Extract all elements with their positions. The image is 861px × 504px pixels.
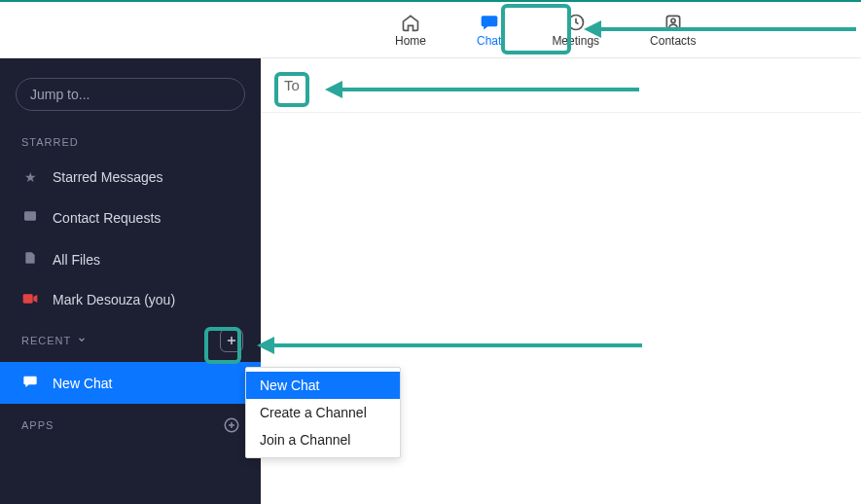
menu-item-join-channel[interactable]: Join a Channel xyxy=(246,426,400,453)
chat-bubble-icon xyxy=(21,374,39,392)
recent-context-menu: New Chat Create a Channel Join a Channel xyxy=(245,367,401,458)
chevron-down-icon[interactable] xyxy=(77,335,87,346)
home-icon xyxy=(401,13,420,32)
menu-item-new-chat[interactable]: New Chat xyxy=(246,372,400,399)
menu-item-create-channel[interactable]: Create a Channel xyxy=(246,399,400,426)
all-files-label: All Files xyxy=(53,252,100,268)
nav-chat-label: Chat xyxy=(477,34,501,48)
section-starred-label: STARRED xyxy=(21,136,79,148)
sidebar-item-me[interactable]: Mark Desouza (you) xyxy=(0,280,261,319)
person-card-icon xyxy=(21,208,39,227)
to-label: To xyxy=(284,77,300,93)
nav-contacts-label: Contacts xyxy=(650,34,696,48)
me-label: Mark Desouza (you) xyxy=(53,292,175,307)
apps-add-button[interactable] xyxy=(220,414,243,437)
video-icon xyxy=(21,292,39,307)
contact-requests-label: Contact Requests xyxy=(53,210,161,226)
menu-new-chat-label: New Chat xyxy=(260,378,319,393)
recent-add-button[interactable] xyxy=(220,329,243,352)
annotation-arrow-plus xyxy=(274,343,642,347)
starred-messages-label: Starred Messages xyxy=(53,169,163,185)
annotation-arrow-to xyxy=(342,88,639,91)
annotation-arrowhead-to xyxy=(325,81,342,98)
annotation-arrowhead-plus xyxy=(257,337,274,354)
nav-chat[interactable]: Chat xyxy=(471,9,507,52)
nav-home-label: Home xyxy=(395,34,426,48)
section-recent-header: RECENT xyxy=(0,319,261,362)
compose-to-bar[interactable]: To xyxy=(261,58,861,113)
chat-icon xyxy=(480,13,499,32)
new-chat-label: New Chat xyxy=(53,376,112,391)
sidebar-item-contact-requests[interactable]: Contact Requests xyxy=(0,197,261,238)
section-apps-label: APPS xyxy=(21,419,54,431)
sidebar-item-all-files[interactable]: All Files xyxy=(0,238,261,280)
sidebar: Jump to... STARRED ★ Starred Messages Co… xyxy=(0,58,261,504)
clock-icon xyxy=(566,13,586,32)
svg-rect-4 xyxy=(23,294,33,303)
menu-create-channel-label: Create a Channel xyxy=(260,405,367,420)
svg-point-2 xyxy=(671,18,675,22)
svg-rect-3 xyxy=(24,211,36,220)
annotation-arrow-chat xyxy=(601,27,856,31)
nav-home[interactable]: Home xyxy=(389,9,432,52)
section-apps-header: APPS xyxy=(0,404,261,447)
sidebar-item-new-chat[interactable]: New Chat xyxy=(0,362,261,404)
section-recent-label: RECENT xyxy=(21,335,71,346)
annotation-arrowhead-chat xyxy=(584,20,601,38)
star-icon: ★ xyxy=(21,169,39,185)
file-icon xyxy=(21,250,39,269)
jump-to-placeholder: Jump to... xyxy=(30,87,90,102)
section-starred-header: STARRED xyxy=(0,126,261,158)
menu-join-channel-label: Join a Channel xyxy=(260,432,350,448)
sidebar-item-starred-messages[interactable]: ★ Starred Messages xyxy=(0,158,261,197)
jump-to-input[interactable]: Jump to... xyxy=(16,78,245,111)
